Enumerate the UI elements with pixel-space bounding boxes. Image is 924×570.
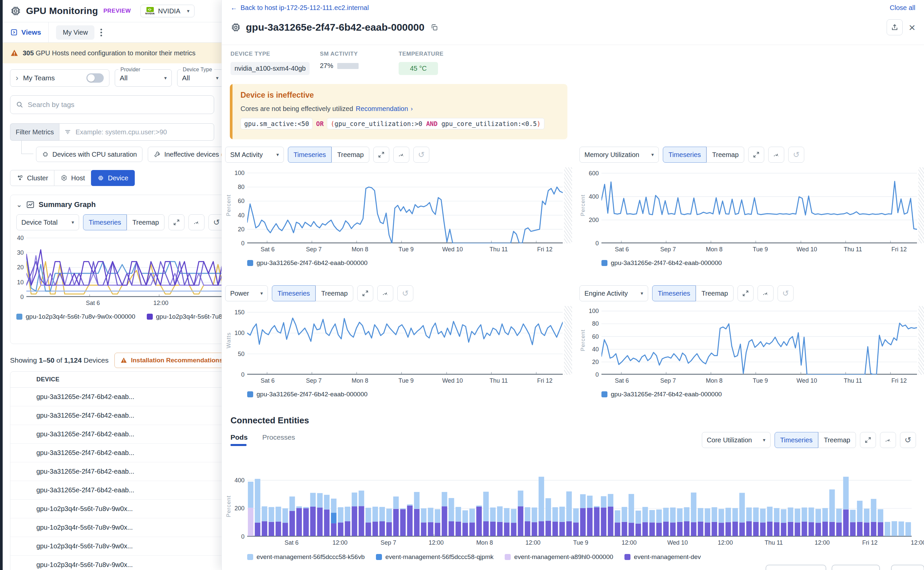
vendor-select[interactable]: NVIDIA NVIDIA ▾	[140, 5, 195, 17]
pods-view-toggle: Timeseries Treemap	[775, 432, 856, 448]
treemap-tab[interactable]: Treemap	[316, 285, 353, 301]
tab-processes[interactable]: Processes	[262, 433, 295, 446]
gauge-icon[interactable]	[880, 432, 896, 448]
reset-icon[interactable]: ↺	[900, 432, 916, 448]
table-row[interactable]: gpu-1o2p3q4r-5s6t-7u8v-9w0x...	[10, 556, 243, 570]
legend-item[interactable]: gpu-3a31265e-2f47-6b42-eaab-000000	[247, 391, 368, 398]
y-tick-label: 100	[235, 169, 244, 176]
my-teams-toggle[interactable]	[86, 74, 104, 83]
timeseries-tab[interactable]: Timeseries	[83, 215, 127, 230]
treemap-tab[interactable]: Treemap	[818, 432, 856, 448]
gauge-icon[interactable]	[393, 147, 409, 162]
treemap-tab[interactable]: Treemap	[706, 147, 744, 162]
legend-item[interactable]: gpu-3a31265e-2f47-6b42-eaab-000000	[602, 391, 722, 398]
chevron-down-icon: ▾	[164, 75, 167, 81]
legend-item[interactable]: gpu-1o2p3q4r-5s6t-7u8v-9w0x-000000	[16, 313, 135, 320]
device-type-select[interactable]: Device Type All ▾	[177, 69, 224, 87]
scope-device-button[interactable]: Device	[91, 170, 134, 186]
chart-legend: gpu-3a31265e-2f47-6b42-eaab-000000	[602, 259, 924, 267]
views-button[interactable]: Views	[3, 22, 49, 42]
clipped-button[interactable]	[766, 565, 826, 570]
summary-view-toggle: Timeseries Treemap	[83, 215, 164, 230]
chart-plot[interactable]	[247, 167, 572, 243]
back-to-host-link[interactable]: ← Back to host ip-172-25-112-111.ec2.int…	[230, 4, 369, 12]
gauge-icon[interactable]	[758, 285, 774, 301]
gauge-icon[interactable]	[768, 147, 784, 162]
timeseries-tab[interactable]: Timeseries	[288, 147, 332, 162]
scope-host-button[interactable]: Host	[54, 170, 91, 186]
metric-select[interactable]: Engine Activity▾	[579, 285, 648, 301]
chart-legend: gpu-3a31265e-2f47-6b42-eaab-000000	[247, 391, 572, 398]
summary-metric-select[interactable]: Device Total▾	[16, 215, 79, 230]
reset-icon[interactable]: ↺	[778, 285, 794, 301]
recommendation-link[interactable]: Recommendation	[356, 105, 408, 113]
legend-item[interactable]: gpu-3a31265e-2f47-6b42-eaab-000000	[247, 259, 368, 267]
metric-select[interactable]: Memory Utilization▾	[579, 147, 659, 162]
y-tick-label: 0	[20, 294, 24, 301]
export-icon[interactable]	[887, 19, 903, 35]
timeseries-tab[interactable]: Timeseries	[775, 432, 818, 448]
expand-icon[interactable]	[169, 215, 184, 230]
timeseries-tab[interactable]: Timeseries	[272, 285, 316, 301]
timeseries-tab[interactable]: Timeseries	[652, 285, 696, 301]
tab-pods[interactable]: Pods	[230, 433, 247, 446]
legend-item[interactable]: gpu-3a31265e-2f47-6b42-eaab-000000	[602, 259, 722, 267]
reset-icon[interactable]: ↺	[788, 147, 804, 162]
chart-plot[interactable]	[602, 167, 924, 243]
more-options-icon[interactable]	[100, 29, 102, 36]
chip-cpu-saturation[interactable]: Devices with CPU saturation	[36, 147, 143, 162]
legend-item[interactable]: event-management-a89hl0-000000	[505, 553, 613, 561]
metric-select[interactable]: Power▾	[225, 285, 268, 301]
gauge-icon[interactable]	[377, 285, 393, 301]
legend-item[interactable]: event-management-56f5dccc58-qjpmk	[376, 553, 493, 561]
table-row[interactable]: gpu-3a31265e-2f47-6b42-eaab...	[10, 481, 243, 500]
close-all-link[interactable]: Close all	[890, 4, 915, 12]
chart-plot[interactable]	[247, 306, 572, 375]
clipped-button[interactable]	[832, 565, 880, 570]
pods-plot[interactable]	[247, 476, 920, 537]
search-input[interactable]: Search by tags	[10, 95, 214, 114]
provider-select[interactable]: Provider All ▾	[115, 69, 172, 87]
gauge-icon[interactable]	[189, 215, 204, 230]
table-row[interactable]: gpu-1o2p3q4r-5s6t-7u8v-9w0x...	[10, 518, 243, 537]
close-icon[interactable]: ×	[909, 21, 915, 33]
legend-item[interactable]: event-management-56f5dccc58-k56vb	[247, 553, 365, 561]
sm-activity-value: 27%	[320, 62, 333, 70]
chart-plot[interactable]	[602, 306, 924, 375]
expand-icon[interactable]	[860, 432, 876, 448]
legend-item[interactable]: event-management-dev	[625, 553, 701, 561]
timeseries-tab[interactable]: Timeseries	[663, 147, 706, 162]
table-row[interactable]: gpu-3a31265e-2f47-6b42-eaab...	[10, 406, 243, 425]
expand-icon[interactable]	[748, 147, 764, 162]
installation-recommendations-button[interactable]: Installation Recommendations (3	[114, 352, 236, 368]
treemap-tab[interactable]: Treemap	[332, 147, 369, 162]
table-row[interactable]: gpu-1o2p3q4r-5s6t-7u8v-9w0x...	[10, 537, 243, 556]
clipped-button[interactable]	[891, 565, 924, 570]
collapse-chevron-icon[interactable]: ⌄	[16, 201, 22, 209]
copy-icon[interactable]	[430, 23, 438, 31]
summary-plot[interactable]	[26, 235, 237, 297]
table-row[interactable]: gpu-3a31265e-2f47-6b42-eaab...	[10, 444, 243, 462]
expand-icon[interactable]	[738, 285, 754, 301]
metric-select[interactable]: SM Activity▾	[225, 147, 284, 162]
chart-controls: SM Activity▾ Timeseries Treemap ↺	[225, 147, 572, 162]
filter-metrics-input[interactable]: Example: system.cpu.user:>90	[59, 123, 214, 141]
table-row[interactable]: gpu-1o2p3q4r-5s6t-7u8v-9w0x...	[10, 500, 243, 518]
expand-icon[interactable]	[373, 147, 389, 162]
x-tick-label: Sep 7	[306, 246, 322, 253]
tab-my-view[interactable]: My View	[56, 25, 94, 40]
table-row[interactable]: gpu-3a31265e-2f47-6b42-eaab...	[10, 425, 243, 444]
expand-icon[interactable]	[357, 285, 373, 301]
reset-icon[interactable]: ↺	[397, 285, 413, 301]
y-tick-label: 0	[241, 371, 244, 378]
y-tick-label: 150	[235, 309, 244, 316]
scope-cluster-button[interactable]: Cluster	[10, 170, 54, 186]
pods-metric-select[interactable]: Core Utilization▾	[702, 432, 771, 448]
table-row[interactable]: gpu-3a31265e-2f47-6b42-eaab...	[10, 462, 243, 481]
my-teams-filter[interactable]: › My Teams	[10, 69, 109, 87]
table-row[interactable]: gpu-3a31265e-2f47-6b42-eaab...	[10, 388, 243, 406]
reset-icon[interactable]: ↺	[413, 147, 429, 162]
device-table: DEVICE gpu-3a31265e-2f47-6b42-eaab...gpu…	[10, 371, 244, 570]
treemap-tab[interactable]: Treemap	[696, 285, 734, 301]
treemap-tab[interactable]: Treemap	[127, 215, 164, 230]
